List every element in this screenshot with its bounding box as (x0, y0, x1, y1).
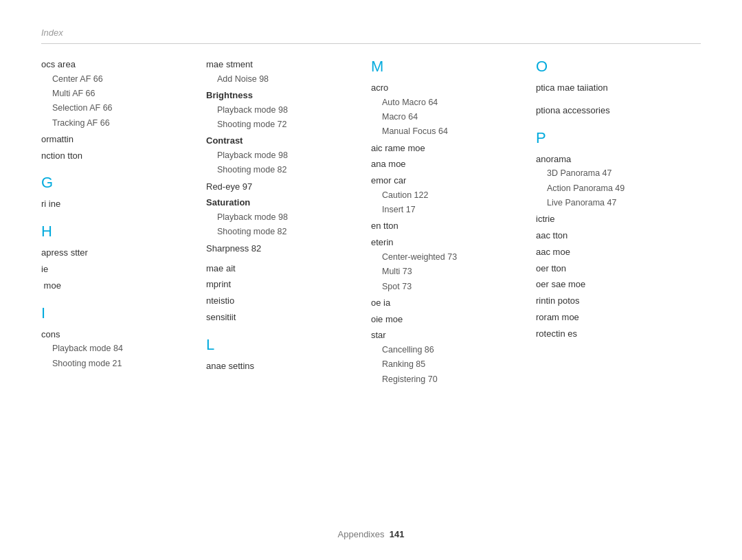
footer-label: Appendixes (338, 529, 385, 539)
entry-aic-rame-moe: aic rame moe (371, 142, 522, 156)
letter-p: P (536, 129, 687, 147)
entry-anorama: anorama 3D Panorama 47 Action Panorama 4… (536, 153, 687, 211)
entry-ie: ie (41, 262, 192, 277)
entry-oer-tton: oer tton (536, 262, 687, 276)
entry-mae-ait: mae ait (206, 262, 357, 276)
letter-o: O (536, 58, 687, 76)
page-header: Index (41, 27, 701, 44)
entry-ormattin: ormattin (41, 133, 192, 147)
page-footer: Appendixes 141 (0, 529, 742, 539)
entry-brightness: Brightness Playback mode 98 Shooting mod… (206, 89, 357, 132)
column-4: O ptica mae taiiation ptiona accessories… (536, 58, 701, 389)
entry-aac-tton: aac tton (536, 229, 687, 243)
entry-cons: cons Playback mode 84 Shooting mode 21 (41, 328, 192, 371)
entry-en-tton: en tton (371, 219, 522, 234)
index-columns: ocs area Center AF 66 Multi AF 66 Select… (41, 58, 701, 389)
entry-saturation: Saturation Playback mode 98 Shooting mod… (206, 196, 357, 239)
entry-sharpness: Sharpness 82 (206, 242, 357, 256)
entry-ri-ine: ri ine (41, 197, 192, 212)
entry-mae-stment: mae stment Add Noise 98 (206, 58, 357, 87)
entry-sensitiit: sensitiit (206, 311, 357, 325)
entry-oer-sae-moe: oer sae moe (536, 278, 687, 292)
entry-contrast: Contrast Playback mode 98 Shooting mode … (206, 134, 357, 177)
entry-rotectin-es: rotectin es (536, 327, 687, 341)
entry-nteistio: nteistio (206, 294, 357, 309)
entry-apress-stter: apress stter (41, 246, 192, 260)
column-2: mae stment Add Noise 98 Brightness Playb… (206, 58, 371, 389)
entry-oie-moe: oie moe (371, 313, 522, 327)
entry-eterin: eterin Center-weighted 73 Multi 73 Spot … (371, 236, 522, 294)
letter-i: I (41, 304, 192, 322)
letter-h: H (41, 223, 192, 240)
entry-ictrie: ictrie (536, 212, 687, 227)
entry-emor-car: emor car Caution 122 Insert 17 (371, 174, 522, 217)
column-3: M acro Auto Macro 64 Macro 64 Manual Foc… (371, 58, 536, 389)
entry-ptica-mae: ptica mae taiiation (536, 81, 687, 96)
letter-m: M (371, 58, 522, 76)
entry-acro: acro Auto Macro 64 Macro 64 Manual Focus… (371, 81, 522, 139)
entry-star: star Cancelling 86 Ranking 85 Registerin… (371, 328, 522, 387)
entry-red-eye: Red-eye 97 (206, 180, 357, 194)
entry-moe: moe (41, 279, 192, 293)
footer-page: 141 (390, 529, 405, 539)
entry-mprint: mprint (206, 278, 357, 292)
entry-ptiona-accessories: ptiona accessories (536, 104, 687, 118)
entry-ana-moe: ana moe (371, 157, 522, 172)
entry-aac-moe: aac moe (536, 245, 687, 260)
letter-l: L (206, 336, 357, 354)
page: Index ocs area Center AF 66 Multi AF 66 … (0, 0, 742, 560)
entry-oe-ia: oe ia (371, 296, 522, 311)
entry-rintin-potos: rintin potos (536, 294, 687, 309)
entry-ocs-area: ocs area Center AF 66 Multi AF 66 Select… (41, 58, 192, 131)
letter-g: G (41, 174, 192, 192)
entry-anae-settins: anae settins (206, 359, 357, 374)
page-title: Index (41, 27, 63, 38)
entry-nction-tton: nction tton (41, 149, 192, 164)
entry-roram-moe: roram moe (536, 311, 687, 325)
column-1: ocs area Center AF 66 Multi AF 66 Select… (41, 58, 206, 389)
